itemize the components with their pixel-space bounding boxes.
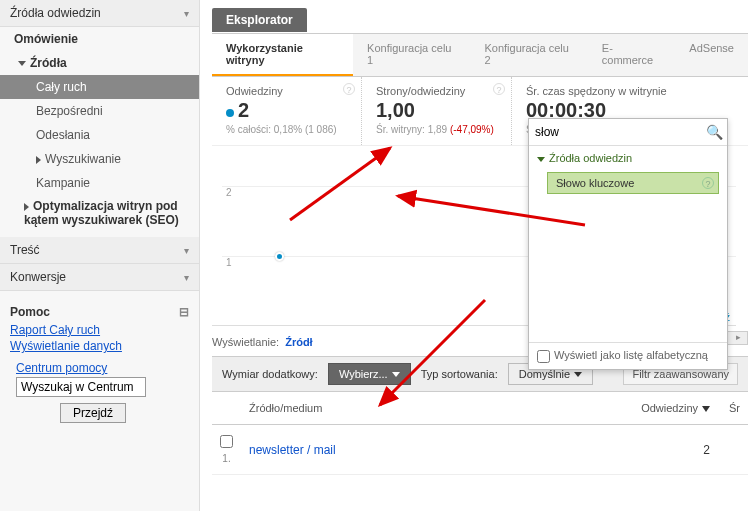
secondary-dim-label: Wymiar dodatkowy: [222,368,318,380]
help-center-link[interactable]: Centrum pomocy [16,361,189,375]
chevron-down-icon: ▾ [184,245,189,256]
nav-section-conversions[interactable]: Konwersje ▾ [0,264,199,291]
help-search-input[interactable] [16,377,146,397]
row-index: 1. [220,453,233,464]
nav-seo[interactable]: Optymalizacja witryn pod kątem wyszukiwa… [0,195,199,231]
metric-pages-label: Strony/odwiedziny [376,85,497,97]
chevron-down-icon: ▾ [184,272,189,283]
subtab-ecommerce[interactable]: E-commerce [588,34,676,76]
row-checkbox[interactable] [220,435,233,448]
nav-section-sources-label: Źródła odwiedzin [10,6,101,20]
search-icon[interactable]: 🔍 [706,124,723,140]
triangle-right-icon [24,203,29,211]
help-link-report[interactable]: Raport Cały ruch [10,323,189,337]
nav-direct[interactable]: Bezpośredni [0,99,199,123]
help-go-button[interactable]: Przejdź [60,403,126,423]
dimension-option-keyword[interactable]: Słowo kluczowe? [547,172,719,194]
series-dot-icon [226,109,234,117]
subtab-row: Wykorzystanie witryny Konfiguracja celu … [212,34,748,77]
secondary-dim-button[interactable]: Wybierz... [328,363,411,385]
col-checkbox [212,392,241,425]
nav-referrals[interactable]: Odesłania [0,123,199,147]
nav-section-content-label: Treść [10,243,40,257]
primary-dimension[interactable]: Źródł [285,336,313,348]
dimension-picker-popup: 🔍 Źródła odwiedzin Słowo kluczowe? Wyświ… [528,118,728,370]
col-visits[interactable]: Odwiedziny [502,392,718,425]
subtab-goal1[interactable]: Konfiguracja celu 1 [353,34,470,76]
nav-search[interactable]: Wyszukiwanie [0,147,199,171]
triangle-down-icon [18,61,26,66]
table-row[interactable]: 1. newsletter / mail 2 [212,425,748,475]
subtab-goal2[interactable]: Konfiguracja celu 2 [470,34,587,76]
dimension-alpha-row[interactable]: Wyświetl jako listę alfabetyczną [529,342,727,369]
alpha-label: Wyświetl jako listę alfabetyczną [554,349,708,361]
main-area: Eksplorator Wykorzystanie witryny Konfig… [200,0,748,511]
col-source[interactable]: Źródło/medium [241,392,502,425]
row-source[interactable]: newsletter / mail [241,425,502,475]
metric-visits-sub: % całości: 0,18% (1 086) [226,124,347,135]
help-title: Pomoc [10,305,50,319]
help-panel: Pomoc ⊟ Raport Cały ruch Wyświetlanie da… [10,305,189,423]
nav-overview[interactable]: Omówienie [0,27,199,51]
data-table: Źródło/medium Odwiedziny Śr 1. newslette… [212,392,748,475]
help-title-row: Pomoc ⊟ [10,305,189,319]
dropdown-icon [574,372,582,377]
metric-visits[interactable]: ? Odwiedziny 2 % całości: 0,18% (1 086) [212,77,362,145]
subtab-adsense[interactable]: AdSense [675,34,748,76]
dimension-search-input[interactable] [533,123,702,141]
sort-label: Typ sortowania: [421,368,498,380]
row-visits: 2 [502,425,718,475]
left-nav: Źródła odwiedzin ▾ Omówienie Źródła Cały… [0,0,200,511]
collapse-icon[interactable]: ⊟ [179,305,189,319]
help-icon[interactable]: ? [702,177,714,189]
nav-section-conversions-label: Konwersje [10,270,66,284]
metric-time-label: Śr. czas spędzony w witrynie [526,85,667,97]
metric-visits-label: Odwiedziny [226,85,347,97]
nav-campaigns[interactable]: Kampanie [0,171,199,195]
chevron-right-icon: ▸ [730,332,747,344]
metric-pages-value: 1,00 [376,99,497,122]
nav-all-traffic[interactable]: Cały ruch [0,75,199,99]
nav-section-content[interactable]: Treść ▾ [0,237,199,264]
help-icon[interactable]: ? [493,83,505,95]
triangle-down-icon [537,157,545,162]
dimension-group[interactable]: Źródła odwiedzin [529,146,727,170]
metric-pages-sub-b: (-47,09%) [450,124,494,135]
viewing-label: Wyświetlanie: [212,336,279,348]
help-link-display[interactable]: Wyświetlanie danych [10,339,189,353]
col-sr[interactable]: Śr [718,392,748,425]
chevron-down-icon: ▾ [184,8,189,19]
chart-point [275,252,284,261]
triangle-right-icon [36,156,41,164]
tab-explorer[interactable]: Eksplorator [212,8,307,32]
dimension-search-row: 🔍 [529,119,727,146]
sort-desc-icon [702,406,710,412]
metric-pages-sub-a: Śr. witryny: 1,89 [376,124,450,135]
metric-visits-value: 2 [238,99,249,121]
dropdown-icon [392,372,400,377]
nav-section-sources[interactable]: Źródła odwiedzin ▾ [0,0,199,27]
tabset: Eksplorator [212,8,748,34]
nav-sources[interactable]: Źródła [0,51,199,75]
subtab-site-usage[interactable]: Wykorzystanie witryny [212,34,353,76]
metric-pages[interactable]: ? Strony/odwiedziny 1,00 Śr. witryny: 1,… [362,77,512,145]
alpha-checkbox[interactable] [537,350,550,363]
help-icon[interactable]: ? [343,83,355,95]
